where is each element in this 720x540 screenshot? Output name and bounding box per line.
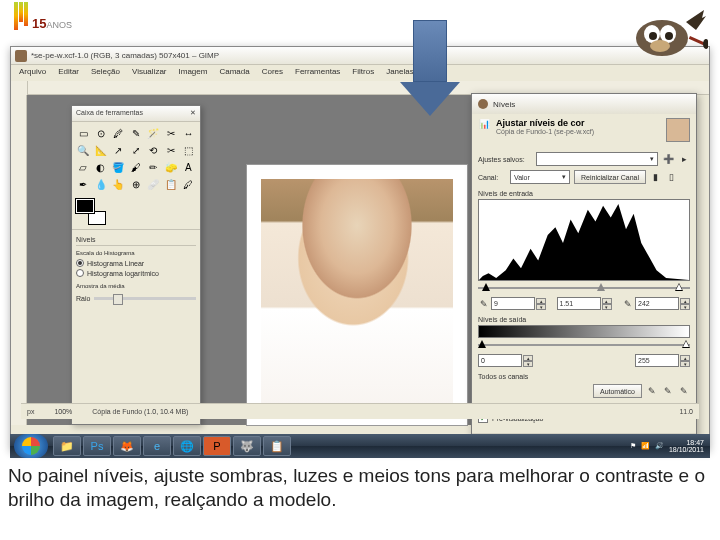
menu-imagem[interactable]: Imagem bbox=[173, 65, 214, 81]
input-slider[interactable] bbox=[478, 283, 690, 293]
tool-color-picker[interactable]: 🖊 bbox=[180, 176, 196, 192]
levels-titlebar[interactable]: Níveis bbox=[472, 94, 696, 114]
tool-ink[interactable]: ✒ bbox=[75, 176, 91, 192]
tool-free-select[interactable]: 🖉 bbox=[110, 125, 126, 141]
tool-color-select[interactable]: 🪄 bbox=[145, 125, 161, 141]
in-gamma-input[interactable]: 1.51 bbox=[557, 297, 601, 310]
system-tray[interactable]: ⚑ 📶 🔊 18:47 18/10/2011 bbox=[624, 439, 710, 453]
taskbar-app-4[interactable]: e bbox=[143, 436, 171, 456]
tool-zoom[interactable]: 🔍 bbox=[75, 142, 91, 158]
preset-add-icon[interactable]: ➕ bbox=[662, 153, 674, 165]
toolbox-panel[interactable]: Caixa de ferramentas ✕ ▭ ⊙ 🖉 ✎ 🪄 ✂ ↔ 🔍 📐… bbox=[71, 105, 201, 425]
black-picker-icon[interactable]: ✎ bbox=[478, 298, 490, 310]
raio-slider[interactable] bbox=[94, 297, 196, 300]
shadow-handle[interactable] bbox=[482, 283, 490, 291]
histogram[interactable] bbox=[478, 199, 690, 281]
tool-heal[interactable]: ⊕ bbox=[128, 176, 144, 192]
taskbar-app-6[interactable]: P bbox=[203, 436, 231, 456]
tool-smudge[interactable]: 💧 bbox=[93, 176, 109, 192]
out-high-handle[interactable] bbox=[682, 340, 690, 348]
gamma-handle[interactable] bbox=[597, 283, 605, 291]
in-high-spinner[interactable]: ▴▾ bbox=[680, 298, 690, 310]
pick-black-icon[interactable]: ✎ bbox=[646, 385, 658, 397]
taskbar-app-2[interactable]: Ps bbox=[83, 436, 111, 456]
tool-fuzzy-select[interactable]: ✎ bbox=[128, 125, 144, 141]
presets-select[interactable]: ▾ bbox=[536, 152, 658, 166]
reset-channel-button[interactable]: Reinicializar Canal bbox=[574, 170, 646, 184]
taskbar-app-3[interactable]: 🦊 bbox=[113, 436, 141, 456]
output-slider[interactable] bbox=[478, 340, 690, 350]
menu-ferramentas[interactable]: Ferramentas bbox=[289, 65, 346, 81]
tool-shear[interactable]: ▱ bbox=[75, 159, 91, 175]
tray-network-icon[interactable]: 📶 bbox=[641, 442, 650, 450]
fg-color[interactable] bbox=[76, 199, 94, 213]
bg-color[interactable] bbox=[88, 211, 106, 225]
menu-arquivo[interactable]: Arquivo bbox=[13, 65, 52, 81]
tray-date[interactable]: 18/10/2011 bbox=[669, 446, 704, 453]
tool-move[interactable]: ↗ bbox=[110, 142, 126, 158]
out-low-spinner[interactable]: ▴▾ bbox=[523, 355, 533, 367]
tool-measure[interactable]: 📐 bbox=[93, 142, 109, 158]
pick-gray-icon[interactable]: ✎ bbox=[662, 385, 674, 397]
in-gamma-spinner[interactable]: ▴▾ bbox=[602, 298, 612, 310]
taskbar-app-8[interactable]: 📋 bbox=[263, 436, 291, 456]
tool-ellipse-select[interactable]: ⊙ bbox=[93, 125, 109, 141]
taskbar-app-5[interactable]: 🌐 bbox=[173, 436, 201, 456]
tool-scissors[interactable]: ✂ bbox=[163, 125, 179, 141]
radio-linear[interactable]: Histograma Linear bbox=[76, 259, 196, 267]
tool-foreground[interactable]: ↔ bbox=[180, 125, 196, 141]
output-gradient[interactable] bbox=[478, 325, 690, 338]
tool-dodge[interactable]: 👆 bbox=[110, 176, 126, 192]
tray-time[interactable]: 18:47 bbox=[669, 439, 704, 446]
menu-selecao[interactable]: Seleção bbox=[85, 65, 126, 81]
pick-white-icon[interactable]: ✎ bbox=[678, 385, 690, 397]
tray-volume-icon[interactable]: 🔊 bbox=[655, 442, 664, 450]
taskbar-app-1[interactable]: 📁 bbox=[53, 436, 81, 456]
tool-scale[interactable]: ⬚ bbox=[180, 142, 196, 158]
auto-button[interactable]: Automático bbox=[593, 384, 642, 398]
tool-blend[interactable]: 🖌 bbox=[128, 159, 144, 175]
tool-bucket[interactable]: 🪣 bbox=[110, 159, 126, 175]
in-low-input[interactable]: 9 bbox=[491, 297, 535, 310]
menu-editar[interactable]: Editar bbox=[52, 65, 85, 81]
tool-rotate[interactable]: ⟲ bbox=[145, 142, 161, 158]
in-low-spinner[interactable]: ▴▾ bbox=[536, 298, 546, 310]
tool-perspective[interactable]: ◐ bbox=[93, 159, 109, 175]
menubar[interactable]: Arquivo Editar Seleção Visualizar Imagem… bbox=[11, 65, 709, 81]
hist-linear-icon[interactable]: ▮ bbox=[650, 171, 662, 183]
status-units[interactable]: px bbox=[27, 408, 34, 415]
canvas[interactable] bbox=[247, 165, 467, 425]
menu-camada[interactable]: Camada bbox=[213, 65, 255, 81]
menu-visualizar[interactable]: Visualizar bbox=[126, 65, 173, 81]
in-high-input[interactable]: 242 bbox=[635, 297, 679, 310]
toolbox-titlebar[interactable]: Caixa de ferramentas ✕ bbox=[72, 106, 200, 122]
tool-rect-select[interactable]: ▭ bbox=[75, 125, 91, 141]
white-picker-icon[interactable]: ✎ bbox=[622, 298, 634, 310]
out-low-input[interactable]: 0 bbox=[478, 354, 522, 367]
windows-taskbar[interactable]: 📁 Ps 🦊 e 🌐 P 🐺 📋 ⚑ 📶 🔊 18:47 18/10/2011 bbox=[10, 434, 710, 458]
tool-align[interactable]: ⤢ bbox=[128, 142, 144, 158]
taskbar-app-7[interactable]: 🐺 bbox=[233, 436, 261, 456]
tray-flag-icon[interactable]: ⚑ bbox=[630, 442, 636, 450]
toolbox-close-icon[interactable]: ✕ bbox=[190, 109, 196, 118]
tool-text[interactable]: A bbox=[180, 159, 196, 175]
out-high-input[interactable]: 255 bbox=[635, 354, 679, 367]
channel-select[interactable]: Valor▾ bbox=[510, 170, 570, 184]
out-high-spinner[interactable]: ▴▾ bbox=[680, 355, 690, 367]
highlight-handle[interactable] bbox=[675, 283, 683, 291]
fg-bg-swatch[interactable] bbox=[76, 199, 106, 225]
tool-paths[interactable]: 📋 bbox=[163, 176, 179, 192]
tool-pencil[interactable]: ✏ bbox=[145, 159, 161, 175]
tool-eraser[interactable]: 🧽 bbox=[163, 159, 179, 175]
radio-log[interactable]: Histograma logarítmico bbox=[76, 269, 196, 277]
tool-clone[interactable]: 🩹 bbox=[145, 176, 161, 192]
preset-menu-icon[interactable]: ▸ bbox=[678, 153, 690, 165]
menu-cores[interactable]: Cores bbox=[256, 65, 289, 81]
levels-dialog[interactable]: Níveis 📊 Ajustar níveis de cor Cópia de … bbox=[471, 93, 697, 443]
status-zoom[interactable]: 100% bbox=[54, 408, 72, 415]
start-button[interactable] bbox=[14, 434, 48, 458]
out-low-handle[interactable] bbox=[478, 340, 486, 348]
hist-log-icon[interactable]: ▯ bbox=[666, 171, 678, 183]
tool-crop[interactable]: ✂ bbox=[163, 142, 179, 158]
menu-filtros[interactable]: Filtros bbox=[346, 65, 380, 81]
